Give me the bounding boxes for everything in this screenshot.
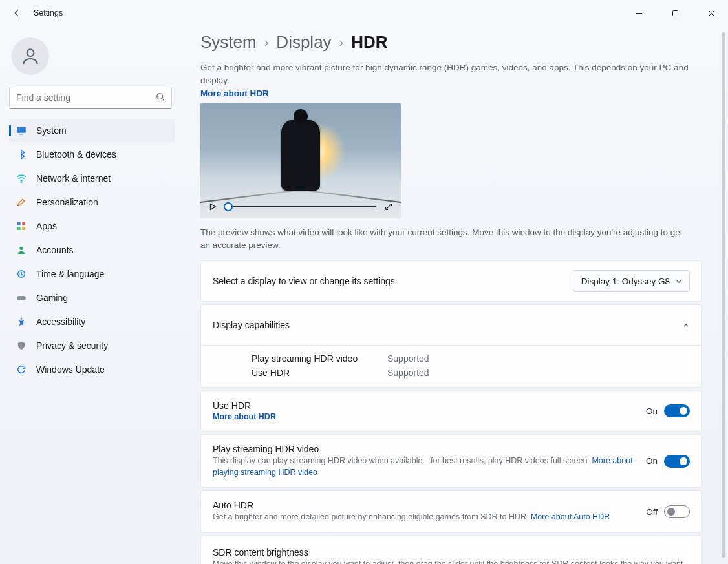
svg-rect-0 <box>672 10 678 16</box>
more-about-hdr-link[interactable]: More about HDR <box>200 89 269 98</box>
breadcrumb-system[interactable]: System <box>200 32 257 52</box>
capability-value: Supported <box>387 368 690 378</box>
use-hdr-title: Use HDR <box>213 401 637 411</box>
update-icon <box>16 364 27 375</box>
svg-point-2 <box>157 93 163 99</box>
auto-hdr-title: Auto HDR <box>213 500 637 510</box>
use-hdr-toggle[interactable] <box>664 404 690 417</box>
vertical-scrollbar[interactable] <box>722 32 725 558</box>
sidebar-item-label: Accounts <box>36 245 74 255</box>
sidebar-item-accounts[interactable]: Accounts <box>9 238 175 262</box>
play-streaming-hdr-card: Play streaming HDR video This display ca… <box>200 434 702 488</box>
sidebar-item-windows-update[interactable]: Windows Update <box>9 358 175 381</box>
search-box[interactable] <box>9 87 172 109</box>
sidebar-item-label: Personalization <box>36 197 98 207</box>
window-minimize-button[interactable] <box>625 3 653 23</box>
person-icon <box>16 244 27 256</box>
sidebar-item-system[interactable]: System <box>9 119 175 142</box>
svg-point-13 <box>21 318 23 320</box>
sidebar-item-label: Accessibility <box>36 317 85 327</box>
sidebar-item-privacy[interactable]: Privacy & security <box>9 334 175 357</box>
sidebar-item-personalization[interactable]: Personalization <box>9 191 175 214</box>
chevron-right-icon: › <box>339 35 344 50</box>
apps-icon <box>16 220 27 232</box>
window-maximize-button[interactable] <box>661 3 689 23</box>
select-display-label: Select a display to view or change its s… <box>213 276 564 286</box>
display-select[interactable]: Display 1: Odyssey G8 <box>573 270 690 292</box>
window-close-button[interactable] <box>697 3 725 23</box>
search-input[interactable] <box>16 92 151 103</box>
svg-rect-3 <box>17 127 26 133</box>
avatar[interactable] <box>12 37 49 75</box>
sidebar-item-network[interactable]: Network & internet <box>9 167 175 190</box>
sdr-brightness-sub: Move this window to the display you want… <box>213 559 690 564</box>
shield-icon <box>16 340 27 351</box>
display-capabilities-card: Display capabilities Play streaming HDR … <box>200 304 702 388</box>
use-hdr-card: Use HDR More about HDR On <box>200 390 702 432</box>
video-controls <box>200 195 401 218</box>
preview-caption: The preview shows what video will look l… <box>200 226 692 251</box>
sidebar-item-bluetooth[interactable]: Bluetooth & devices <box>9 143 175 166</box>
capability-value: Supported <box>387 353 690 364</box>
auto-hdr-toggle[interactable] <box>664 505 690 518</box>
svg-point-10 <box>19 247 23 250</box>
svg-rect-8 <box>17 227 21 230</box>
sidebar-item-label: Time & language <box>36 269 104 279</box>
bluetooth-icon <box>16 149 27 160</box>
sdr-brightness-title: SDR content brightness <box>213 547 690 558</box>
fullscreen-button[interactable] <box>384 202 393 211</box>
svg-rect-4 <box>19 134 23 134</box>
gamepad-icon <box>16 292 27 304</box>
display-capabilities-title: Display capabilities <box>213 320 673 330</box>
use-hdr-state: On <box>646 406 658 416</box>
page-title: HDR <box>351 32 387 52</box>
play-streaming-state: On <box>646 456 658 466</box>
svg-rect-7 <box>22 222 25 225</box>
clock-icon <box>16 268 27 280</box>
sidebar-item-label: System <box>36 125 67 136</box>
sidebar: System Bluetooth & devices Network & int… <box>0 26 181 564</box>
svg-point-1 <box>27 49 34 56</box>
video-seek-slider[interactable] <box>225 206 376 207</box>
auto-hdr-sub: Get a brighter and more detailed picture… <box>213 512 637 523</box>
seek-thumb[interactable] <box>224 202 233 211</box>
auto-hdr-link[interactable]: More about Auto HDR <box>531 512 610 521</box>
display-select-value: Display 1: Odyssey G8 <box>581 277 670 286</box>
breadcrumb-display[interactable]: Display <box>276 32 331 52</box>
use-hdr-link[interactable]: More about HDR <box>213 412 276 421</box>
intro-text: Get a brighter and more vibrant picture … <box>200 61 702 87</box>
capability-label: Play streaming HDR video <box>252 353 387 364</box>
capabilities-grid: Play streaming HDR video Supported Use H… <box>213 353 690 378</box>
play-streaming-sub: This display can play streaming HDR vide… <box>213 455 637 478</box>
search-icon <box>156 92 165 103</box>
main-content: System › Display › HDR Get a brighter an… <box>181 26 728 564</box>
sidebar-item-label: Gaming <box>36 293 68 303</box>
sidebar-item-label: Bluetooth & devices <box>36 149 116 160</box>
svg-rect-12 <box>17 296 26 300</box>
sidebar-item-label: Privacy & security <box>36 340 108 351</box>
svg-rect-9 <box>22 227 25 230</box>
sidebar-item-time-language[interactable]: Time & language <box>9 262 175 286</box>
chevron-right-icon: › <box>264 35 269 50</box>
svg-point-5 <box>21 182 22 183</box>
sidebar-nav: System Bluetooth & devices Network & int… <box>9 119 175 381</box>
window-title: Settings <box>34 8 63 17</box>
display-capabilities-header[interactable]: Display capabilities <box>201 305 701 345</box>
sdr-brightness-card: SDR content brightness Move this window … <box>200 536 702 564</box>
capability-label: Use HDR <box>252 368 387 378</box>
sidebar-item-accessibility[interactable]: Accessibility <box>9 310 175 333</box>
sidebar-item-apps[interactable]: Apps <box>9 214 175 238</box>
breadcrumb: System › Display › HDR <box>200 32 702 52</box>
brush-icon <box>16 196 27 208</box>
sidebar-item-label: Network & internet <box>36 173 111 183</box>
sidebar-item-gaming[interactable]: Gaming <box>9 286 175 309</box>
hdr-video-preview <box>200 103 401 218</box>
back-button[interactable] <box>8 4 26 22</box>
sidebar-item-label: Windows Update <box>36 364 105 375</box>
sidebar-item-label: Apps <box>36 221 57 231</box>
play-streaming-title: Play streaming HDR video <box>213 444 637 454</box>
display-icon <box>16 125 27 136</box>
chevron-up-icon <box>682 321 690 329</box>
play-button[interactable] <box>208 202 217 211</box>
play-streaming-toggle[interactable] <box>664 455 690 468</box>
